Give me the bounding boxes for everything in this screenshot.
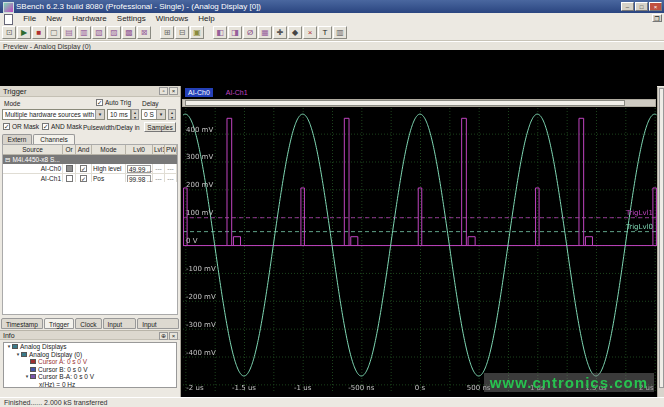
delay-spinner[interactable]: ▴▾ <box>168 109 176 120</box>
toolbar-button[interactable]: ◧ <box>213 26 227 39</box>
horizontal-scrollbar-thumb[interactable] <box>185 100 625 106</box>
toolbar-button[interactable]: ▶ <box>17 26 31 39</box>
vertical-scrollbar-thumb[interactable] <box>659 88 664 388</box>
table-row[interactable]: AI-Ch0✓High level49.99 ...------ <box>3 164 177 174</box>
auto-trig-checkbox[interactable]: ✓ Auto Trig <box>96 99 131 106</box>
toolbar-button[interactable]: ▧ <box>92 26 106 39</box>
menu-item-file[interactable]: File <box>18 13 41 25</box>
column-header-mode[interactable]: Mode <box>92 145 126 155</box>
column-header-lvl1[interactable]: Lvl1 <box>153 145 165 155</box>
toolbar-button[interactable]: ▣ <box>190 26 204 39</box>
toolbar-button[interactable]: ▥ <box>77 26 91 39</box>
tree-item[interactable]: Cursor A: 0 s 0 V <box>4 358 176 366</box>
toolbar-button[interactable]: ▥ <box>333 26 347 39</box>
tab-extern[interactable]: Extern <box>2 134 32 144</box>
menu-item-hardware[interactable]: Hardware <box>67 13 112 25</box>
close-button[interactable]: × <box>649 2 662 11</box>
application-window: SBench 6.2.3 build 8080 (Professional - … <box>0 0 664 407</box>
and-mask-checkbox[interactable]: ✓ AND Mask <box>42 123 82 130</box>
tree-item[interactable]: Cursor B: 0 s 0 V <box>4 366 176 374</box>
float-panel-icon[interactable]: ▫ <box>159 87 168 95</box>
or-mask-checkbox[interactable]: ✓ OR Mask <box>3 123 39 130</box>
waveform-canvas[interactable] <box>183 108 657 393</box>
menu-item-help[interactable]: Help <box>193 13 219 25</box>
settings-tab-input-channels[interactable]: Input Channels <box>137 318 179 329</box>
toolbar-button[interactable]: ■ <box>32 26 46 39</box>
horizontal-scrollbar[interactable] <box>182 99 656 107</box>
lvl0-value[interactable]: 49.99 ... <box>127 165 151 173</box>
table-group-row[interactable]: ⊟ M4i.4450-x8 S... <box>3 155 177 164</box>
toolbar-button[interactable]: ⊞ <box>160 26 174 39</box>
maximize-button[interactable]: □ <box>635 2 648 11</box>
toolbar-button[interactable]: ◨ <box>228 26 242 39</box>
trig-time-input[interactable]: 10 ms <box>107 109 131 120</box>
channel-chip-ai-ch1[interactable]: AI-Ch1 <box>223 88 251 97</box>
toolbar-button[interactable]: × <box>303 26 317 39</box>
or-cell[interactable] <box>63 164 76 174</box>
or-mask-label: OR Mask <box>12 123 39 130</box>
mode-cell[interactable]: High level <box>92 164 126 174</box>
toolbar-button[interactable]: Ø <box>243 26 257 39</box>
toolbar-button[interactable]: ▦ <box>258 26 272 39</box>
marker-icon: ◆ <box>292 28 298 37</box>
menu-item-new[interactable]: New <box>41 13 67 25</box>
settings-tab-timestamp[interactable]: Timestamp <box>1 318 43 329</box>
status-text: Finished...... 2.000 kS transferred <box>4 399 108 406</box>
lvl0-cell[interactable]: 49.99 ... <box>126 164 153 174</box>
close-panel-icon[interactable]: × <box>169 332 178 340</box>
column-header-source[interactable]: Source <box>3 145 63 155</box>
tab-channels[interactable]: Channels <box>33 134 75 144</box>
menu-item-windows[interactable]: Windows <box>151 13 193 25</box>
column-header-pw[interactable]: PW <box>165 145 177 155</box>
column-header-lvl0[interactable]: Lvl0 <box>126 145 153 155</box>
title-bar: SBench 6.2.3 build 8080 (Professional - … <box>0 0 664 13</box>
samples-button[interactable]: Samples <box>144 122 176 132</box>
split-left-icon: ◧ <box>216 28 224 37</box>
tree-item[interactable]: ▾Cursor B-A: 0 s 0 V <box>4 373 176 381</box>
chevron-down-icon[interactable]: ▾ <box>95 110 104 119</box>
pin-icon[interactable]: ⊕ <box>159 332 168 340</box>
info-tree: ▾Analog Displays▾Analog Display (0)Curso… <box>3 342 177 388</box>
preview-caption: Preview - Analog Display (0) <box>0 41 664 50</box>
or-checkbox[interactable] <box>66 175 73 182</box>
and-checkbox[interactable]: ✓ <box>80 165 87 172</box>
column-header-and[interactable]: And <box>76 145 92 155</box>
toolbar-button[interactable]: ▤ <box>62 26 76 39</box>
mdi-restore-button[interactable]: ❐ <box>652 14 662 22</box>
tree-item[interactable]: x(Hz) = 0 Hz <box>4 381 176 389</box>
trig-time-spinner[interactable]: ▴▾ <box>131 109 139 120</box>
channel-chip-ai-ch0[interactable]: AI-Ch0 <box>185 88 213 97</box>
toolbar-button[interactable]: ◆ <box>288 26 302 39</box>
toolbar-button[interactable]: ⊠ <box>137 26 151 39</box>
toolbar-button[interactable]: ▢ <box>47 26 61 39</box>
settings-tab-trigger[interactable]: Trigger <box>44 318 74 329</box>
and-checkbox[interactable]: ✓ <box>80 175 87 182</box>
trigger-mode-select[interactable]: Multiple hardware sources with AND/OR ▾ <box>2 109 105 120</box>
tree-item[interactable]: ▾Analog Display (0) <box>4 351 176 359</box>
toolbar-button[interactable]: ▨ <box>107 26 121 39</box>
menu-item-settings[interactable]: Settings <box>112 13 151 25</box>
toolbar-button[interactable]: ⊟ <box>175 26 189 39</box>
tree-item[interactable]: ▾Analog Displays <box>4 343 176 351</box>
close-display-icon: ⊠ <box>141 28 148 37</box>
toolbar-button[interactable]: T <box>318 26 332 39</box>
toolbar-button[interactable]: ✚ <box>273 26 287 39</box>
delay-label: Delay <box>142 100 159 107</box>
collapse-icon[interactable]: ⊟ <box>3 155 12 164</box>
preview-area[interactable] <box>0 50 664 86</box>
delay-select[interactable]: 0 S ▾ <box>141 109 166 120</box>
minimize-button[interactable]: – <box>621 2 634 11</box>
and-mask-label: AND Mask <box>51 123 82 130</box>
settings-tab-input-mode[interactable]: Input Mode <box>103 318 137 329</box>
vertical-scrollbar[interactable] <box>657 87 664 397</box>
settings-tab-clock[interactable]: Clock <box>75 318 101 329</box>
close-panel-icon[interactable]: × <box>169 87 178 95</box>
checkbox-check-icon: ✓ <box>3 123 10 130</box>
toolbar-button[interactable]: ⊡ <box>2 26 16 39</box>
disable-icon: Ø <box>247 28 253 37</box>
split-right-icon: ◨ <box>231 28 239 37</box>
and-cell[interactable]: ✓ <box>76 164 92 174</box>
column-header-or[interactable]: Or <box>63 145 76 155</box>
chevron-down-icon[interactable]: ▾ <box>156 110 165 119</box>
toolbar-button[interactable]: ▩ <box>122 26 136 39</box>
